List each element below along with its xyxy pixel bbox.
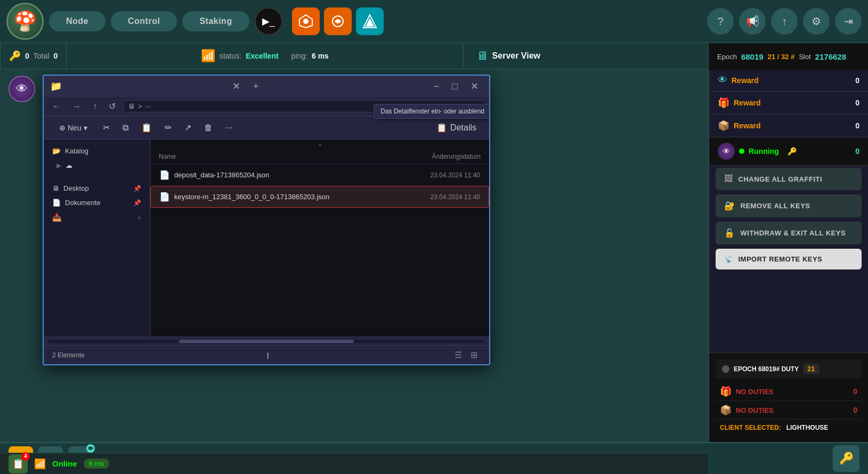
- file1-icon: 📄: [159, 170, 170, 180]
- control-nav-button[interactable]: Control: [111, 11, 177, 31]
- brand-icon-1[interactable]: [292, 7, 320, 35]
- close-window-button[interactable]: ✕: [466, 78, 483, 94]
- cloud-icon: ☁: [66, 161, 72, 169]
- list-view-button[interactable]: ☰: [451, 349, 465, 361]
- hscroll-track: [48, 340, 485, 343]
- import-remote-keys-button[interactable]: 📡 IMPORT REMOTE KEYS: [716, 249, 862, 269]
- scroll-indicator: ∧: [150, 140, 489, 150]
- desktop-pin-icon: 📌: [133, 185, 141, 192]
- ai-badge: 👁: [86, 444, 95, 453]
- reward3-val: 0: [855, 121, 859, 130]
- downloads-icon: 📥: [52, 213, 61, 222]
- sidebar-item-desktop[interactable]: 🖥 Desktop 📌: [44, 181, 150, 195]
- notification-button-wrapper: 📋 4: [9, 454, 28, 473]
- details-button[interactable]: 📋 Details: [432, 120, 481, 135]
- import-label: IMPORT REMOTE KEYS: [739, 255, 823, 263]
- sidebar-item-documents[interactable]: 📄 Dokumente 📌: [44, 195, 150, 210]
- exit-button[interactable]: ⇥: [835, 8, 862, 35]
- epoch-fraction: 21 / 32 #: [768, 53, 795, 61]
- megaphone-button[interactable]: 📢: [739, 8, 766, 35]
- epoch-bar: Epoch 68019 21 / 32 # Slot 2176628: [708, 43, 868, 70]
- key-icon: 🔑: [9, 50, 21, 62]
- refresh-button[interactable]: ↺: [104, 99, 120, 113]
- documents-pin-icon: 📌: [133, 199, 141, 207]
- bottom-wifi-icon: 📶: [34, 458, 46, 470]
- node-nav-button[interactable]: Node: [49, 11, 106, 31]
- copy-button[interactable]: ⧉: [118, 121, 133, 135]
- file-item-1[interactable]: 📄 deposit_data-1713865204.json 23.04.202…: [150, 164, 489, 186]
- sidebar-item-katalog[interactable]: 📂 Katalog: [44, 144, 150, 158]
- new-button[interactable]: ⊕ Neu ▾: [52, 121, 94, 135]
- running-avatar: 👁: [718, 143, 735, 160]
- file-explorer-toolbar: ⊕ Neu ▾ ✂ ⧉ 📋 ✏ ↗: [44, 116, 489, 140]
- duties-dot: [722, 365, 729, 373]
- status-bar: 🔑 0 Total 0 📶 status: Excellent ping: 6 …: [0, 43, 868, 69]
- duties2-label: NO DUTIES: [736, 406, 849, 414]
- file2-icon: 📄: [159, 192, 170, 202]
- reward-row-3: 📦 Reward 0: [709, 115, 868, 137]
- more-btn: ···: [145, 102, 151, 110]
- running-key-symbol: 🔑: [788, 147, 797, 156]
- file-list: ∧ Name Änderungsdatum 📄 deposit_data-171…: [150, 140, 489, 337]
- rename-icon: ✏: [165, 122, 172, 133]
- change-graffiti-button[interactable]: 🖼 CHANGE ALL GRAFFITI: [716, 168, 862, 190]
- horizontal-scrollbar[interactable]: [44, 337, 489, 345]
- brand-icon-3[interactable]: [356, 7, 384, 35]
- cut-button[interactable]: ✂: [99, 120, 114, 135]
- cursor-indicator: |: [267, 352, 269, 359]
- paste-button[interactable]: 📋: [137, 120, 156, 135]
- address-chevron: >: [138, 102, 142, 110]
- remove-keys-button[interactable]: 🔐 REMOVE ALL KEYS: [716, 194, 862, 217]
- sidebar-item-downloads-partial[interactable]: 📥 ∧: [44, 210, 150, 225]
- brand-svg-1: [298, 14, 313, 29]
- left-panel: 👁 📁 ✕ + − □ ✕ ← → ↑ ↺ 🖥: [0, 69, 708, 442]
- file-explorer-content: 📂 Katalog ▶ ☁ 🖥 Desktop 📌 📄: [44, 140, 489, 337]
- minimize-button[interactable]: −: [429, 79, 444, 94]
- file-explorer-sidebar: 📂 Katalog ▶ ☁ 🖥 Desktop 📌 📄: [44, 140, 150, 337]
- brand-icons: [292, 7, 384, 35]
- status-label: status:: [220, 52, 241, 60]
- grid-view-button[interactable]: ⊞: [467, 349, 481, 361]
- up-button[interactable]: ↑: [88, 100, 101, 113]
- hscroll-thumb[interactable]: [179, 340, 354, 343]
- key-insert-button[interactable]: 🔑: [833, 445, 859, 472]
- withdraw-exit-button[interactable]: 🔓 WITHDRAW & EXIT ALL KEYS: [716, 222, 862, 244]
- svg-marker-4: [366, 18, 374, 27]
- close-extra-tab-button[interactable]: ✕: [228, 78, 245, 94]
- more-options-button[interactable]: ···: [221, 121, 237, 135]
- settings-button[interactable]: ⚙: [803, 8, 830, 35]
- share-button[interactable]: ↗: [180, 120, 196, 135]
- terminal-button[interactable]: ▶_: [255, 7, 282, 35]
- file-list-header: Name Änderungsdatum: [150, 150, 489, 164]
- help-button[interactable]: ?: [707, 8, 734, 35]
- remove-keys-icon: 🔐: [724, 201, 735, 211]
- sidebar-item-cloud[interactable]: ▶ ☁: [44, 158, 150, 173]
- logo-icon: 🍄: [13, 10, 37, 32]
- avatar-icon: 👁: [16, 82, 28, 96]
- reward3-label: Reward: [734, 121, 761, 130]
- file-item-2[interactable]: 📄 keystore-m_12381_3600_0_0_0-1713865203…: [150, 186, 489, 208]
- new-tab-button[interactable]: +: [249, 79, 263, 94]
- total-label: Total: [34, 52, 50, 60]
- details-area: Das Detailfenster ein- oder ausblend 📋 D…: [432, 120, 481, 135]
- staking-nav-button[interactable]: Staking: [182, 11, 249, 31]
- settings-icon: ⚙: [812, 15, 821, 28]
- forward-button[interactable]: →: [68, 100, 85, 113]
- running-label: Running: [749, 147, 779, 156]
- exit-icon: ⇥: [844, 15, 853, 28]
- katalog-icon: 📂: [52, 147, 61, 155]
- file2-date: 23.04.2024 11:40: [384, 193, 480, 201]
- key-count: 0: [25, 52, 29, 60]
- duties-row-1: 🎁 NO DUTIES 0: [716, 382, 862, 401]
- duties1-val: 0: [853, 387, 857, 396]
- bottom-status-bar: 📋 4 📶 Online 6 ms: [0, 453, 708, 474]
- paste-icon: 📋: [141, 122, 152, 133]
- delete-button[interactable]: 🗑: [200, 121, 217, 135]
- running-dot: [739, 149, 744, 154]
- upload-button[interactable]: ↑: [771, 8, 798, 35]
- back-button[interactable]: ←: [48, 100, 65, 113]
- maximize-button[interactable]: □: [448, 79, 462, 94]
- rename-button[interactable]: ✏: [160, 120, 176, 135]
- brand-icon-2[interactable]: [324, 7, 352, 35]
- file1-name: deposit_data-1713865204.json: [174, 171, 384, 179]
